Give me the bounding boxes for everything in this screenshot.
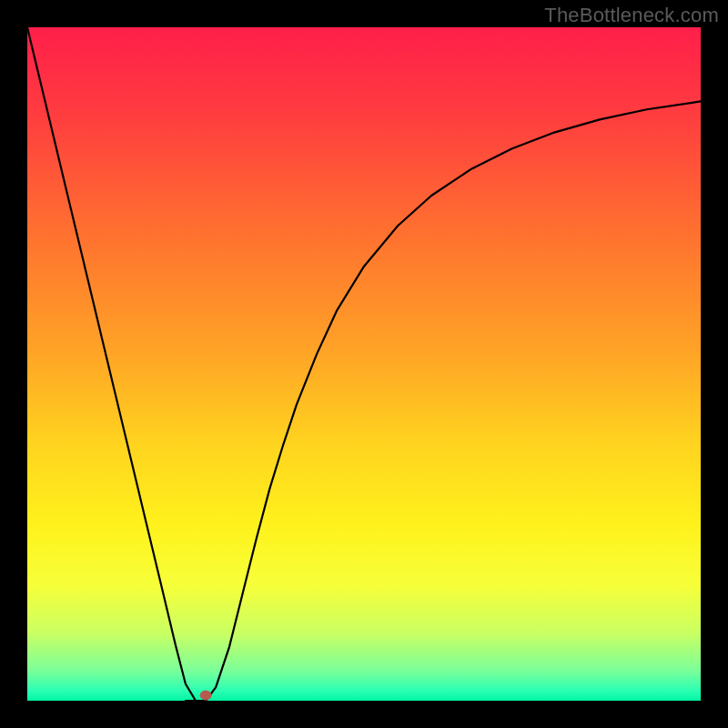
chart-frame: TheBottleneck.com [0,0,728,728]
optimal-point-marker [200,691,211,700]
gradient-background [27,27,701,701]
watermark-text: TheBottleneck.com [544,4,719,27]
plot-area [27,27,701,701]
plot-svg [27,27,701,701]
